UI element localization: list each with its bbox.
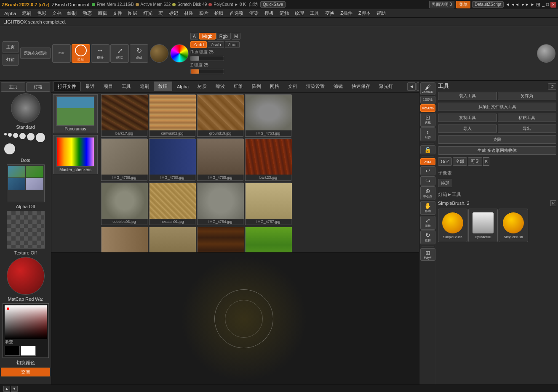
tab-render-settings[interactable]: 渲染设置 [302, 82, 329, 91]
m-button[interactable]: M [232, 33, 240, 40]
menu-animation[interactable]: 动态 [80, 9, 94, 17]
tab-brush[interactable]: 笔刷 [136, 82, 153, 91]
xvr2-btn[interactable]: Xvr2 [420, 158, 435, 165]
from-project-btn[interactable]: 从项目文件载入工具 [438, 103, 556, 111]
lb-item-img4761[interactable]: IMG_4761.jpg [101, 227, 147, 252]
tab-filter[interactable]: 滤镜 [329, 82, 347, 91]
sphere-preview[interactable] [537, 44, 555, 63]
tab-alpha[interactable]: Alpha [173, 83, 193, 90]
lb-item-cobbles03[interactable]: cobbles03.jpg [101, 183, 147, 225]
zsub-button[interactable]: Zsub [208, 41, 224, 48]
rgb-intensity-slider[interactable] [190, 56, 224, 61]
brush-dot-4[interactable] [19, 133, 26, 139]
zcut-button[interactable]: Zcut [225, 41, 240, 48]
tab-project[interactable]: 项目 [99, 82, 117, 91]
goz-btn[interactable]: GoZ [438, 157, 452, 166]
lb-item-bark23[interactable]: bark23.jpg [245, 138, 291, 181]
color-gradient[interactable] [5, 305, 47, 339]
tab-recent[interactable]: 最近 [81, 82, 99, 91]
r-badge[interactable]: R [483, 157, 489, 166]
menu-template[interactable]: 模板 [262, 9, 276, 17]
black-color-box[interactable] [5, 346, 20, 356]
generate-poly-btn[interactable]: 生成 多边形网格物体 [438, 146, 556, 155]
lb-item-brick13[interactable]: brick13.jpg [197, 227, 243, 252]
menu-zscript[interactable]: Z脚本 [356, 9, 373, 17]
folder-master-checkers[interactable]: Master_checkers [53, 135, 98, 174]
menu-doc[interactable]: 文档 [50, 9, 64, 17]
brush-r-badge[interactable]: R [550, 200, 557, 206]
menu-transform[interactable]: 变换 [323, 9, 337, 17]
menu-light[interactable]: 灯光 [141, 9, 155, 17]
tab-document[interactable]: 文档 [284, 82, 302, 91]
menu-stroke[interactable]: 笔触 [277, 9, 291, 17]
back-view-btn[interactable]: ⊡ 透视 [420, 113, 435, 127]
lb-item-hessian01[interactable]: hessian01.jpg [149, 183, 195, 225]
all-btn[interactable]: 全部 [453, 157, 467, 166]
refresh-btn[interactable]: ↺ [548, 83, 556, 90]
menu-material[interactable]: 材质 [182, 9, 196, 17]
lb-item-bark17[interactable]: bark17.jpg [101, 94, 147, 137]
canvas-area[interactable] [51, 253, 436, 384]
menu-zplugin[interactable]: Z插件 [338, 9, 355, 17]
menu-brush[interactable]: 笔刷 [19, 9, 34, 17]
save-as-btn[interactable]: 另存为 [498, 92, 557, 100]
lb-item-img4757[interactable]: IMG_4757.jpg [245, 183, 291, 225]
center-point-btn[interactable]: ⊕ 中心点 [420, 186, 435, 200]
visible-btn[interactable]: 可见 [468, 157, 482, 166]
menu-layer[interactable]: 图层 [125, 9, 140, 17]
zoom100-btn[interactable]: 100% [420, 96, 435, 103]
a-button[interactable]: A [190, 33, 198, 40]
home-sidebar-btn[interactable]: 主页 [1, 82, 25, 92]
tab-spotlight[interactable]: 聚光灯 [375, 82, 397, 91]
menu-render[interactable]: 渲染 [247, 9, 261, 17]
add-btn[interactable]: 添加 [438, 179, 452, 187]
tab-texture[interactable]: 纹理 [154, 82, 172, 91]
nav-left[interactable]: ◄ [407, 82, 416, 91]
lb-item-ground19[interactable]: ground19.jpg [197, 94, 243, 137]
mrgb-button[interactable]: Mrgb [199, 33, 216, 40]
rgb-button[interactable]: Rgb [216, 33, 231, 40]
lb-item-ground14[interactable]: ground14.jpg [245, 227, 291, 252]
lb-item-img4760[interactable]: IMG_4760.jpg [149, 138, 195, 181]
menu-color[interactable]: 色彩 [35, 9, 49, 17]
lb-item-img4766[interactable]: IMG_4766.jpg [149, 227, 195, 252]
brush-thumb-simple2[interactable]: SimpleBrush [499, 209, 528, 242]
load-tool-btn[interactable]: 载入工具 [438, 92, 497, 100]
menu-texture[interactable]: 纹理 [292, 9, 307, 17]
brush-dot-1[interactable] [4, 133, 7, 135]
zadd-button[interactable]: Zadd [190, 41, 207, 48]
lightbox-button[interactable]: 灯箱 [3, 54, 19, 66]
tab-array[interactable]: 阵列 [248, 82, 265, 91]
brush-dot-3[interactable] [13, 133, 18, 138]
brush-size-btn[interactable]: 🖌 Zoom2D [420, 82, 435, 95]
lb-item-img4753[interactable]: IMG_4753.jpg [245, 94, 291, 137]
copy-tool-btn[interactable]: 复制工具 [438, 114, 497, 122]
retarget-btn[interactable]: ↕ 对齐 [420, 127, 435, 141]
texture-preview[interactable] [7, 211, 45, 249]
brush-thumb-cylinder[interactable]: Cylinder3D [468, 209, 498, 242]
redo-btn[interactable]: ↪ [420, 176, 435, 185]
white-color-box[interactable] [21, 346, 36, 356]
z-intensity-slider[interactable] [190, 69, 224, 74]
lock-btn[interactable]: 🔒 [420, 145, 435, 154]
ac50-btn[interactable]: Ac50% [420, 104, 435, 112]
tab-open-file[interactable]: 打开文件 [53, 82, 81, 91]
export-btn[interactable]: 导出 [498, 124, 557, 133]
tab-quicksave[interactable]: 快速保存 [347, 82, 374, 91]
brush-dot-5[interactable] [27, 133, 35, 140]
alpha-preview[interactable] [7, 164, 45, 202]
import-btn[interactable]: 导入 [438, 124, 497, 133]
menu-prefs[interactable]: 首选项 [227, 9, 246, 17]
matcap-preview[interactable] [7, 257, 45, 295]
rotate-button[interactable]: ↻ 成成 [130, 44, 148, 63]
close-button[interactable]: ✕ [550, 2, 556, 8]
tab-tool[interactable]: 工具 [117, 82, 135, 91]
scale-button[interactable]: ⤢ 缩缩 [110, 44, 129, 63]
brush-dot-2[interactable] [8, 133, 12, 137]
material-preview[interactable] [150, 44, 168, 63]
menu-alpha[interactable]: Alpha [2, 10, 19, 17]
lb-item-canvas02[interactable]: canvas02.jpg [149, 94, 195, 137]
quicksave-button[interactable]: QuickSave [260, 1, 286, 8]
exchange-button[interactable]: 交替 [1, 368, 50, 376]
menu-btn[interactable]: 菜单 [456, 1, 470, 8]
